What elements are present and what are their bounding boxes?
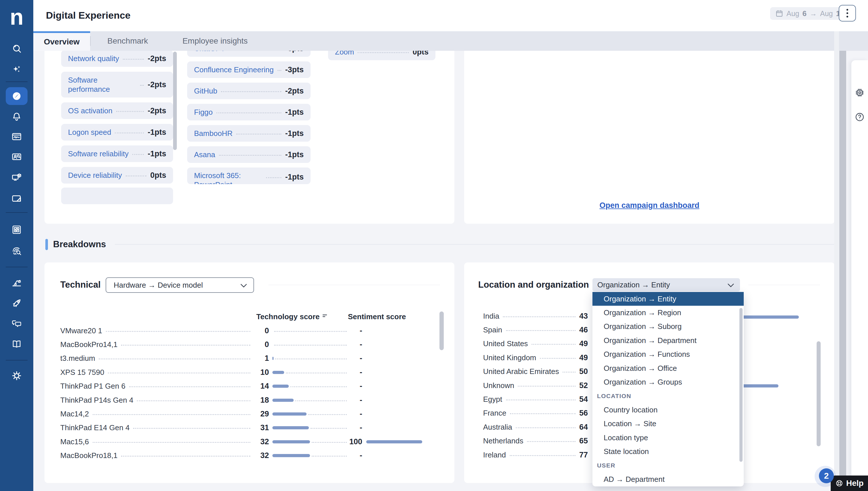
dropdown-option[interactable]: Country location: [592, 403, 744, 417]
dotted-leader: [295, 400, 347, 401]
diagnose-fingerprint-icon[interactable]: [11, 246, 22, 257]
help-button[interactable]: Help: [831, 475, 868, 491]
table-row[interactable]: Mac15,6 32 100: [60, 435, 427, 449]
column-header-sentiment[interactable]: Sentiment score: [348, 312, 406, 321]
metric-item[interactable]: Software reliability -1pts: [61, 145, 173, 162]
dotted-leader: [123, 59, 144, 60]
table-row[interactable]: XPS 15 7590 10 -: [60, 365, 427, 379]
sparkles-icon[interactable]: [11, 64, 22, 75]
table-row[interactable]: Netherlands 65: [483, 434, 588, 448]
metric-item[interactable]: Zoom 0pts: [328, 51, 435, 60]
dropdown-option[interactable]: State location: [592, 444, 744, 458]
dropdown-option[interactable]: Organization → Suborg: [592, 320, 744, 334]
dotted-leader: [116, 111, 144, 112]
table-row[interactable]: ThinkPad P1 Gen 6 14 -: [60, 379, 427, 393]
technology-score-bar: [272, 440, 310, 443]
dropdown-scrollbar[interactable]: [739, 308, 742, 462]
column-header-technology[interactable]: Technology score: [256, 312, 328, 321]
dimension-dropdown-menu: Organization → Entity Organization → Reg…: [592, 292, 744, 486]
metric-item[interactable]: GitHub -2pts: [187, 83, 310, 99]
rocket-icon[interactable]: [11, 297, 22, 308]
dotted-leader: [516, 427, 575, 428]
open-campaign-dashboard-link[interactable]: Open campaign dashboard: [464, 201, 835, 210]
table-row[interactable]: United States 49: [483, 337, 588, 351]
location-dimension-select[interactable]: Organization → Entity: [592, 278, 740, 291]
technology-score-bar: [272, 357, 274, 360]
metric-item[interactable]: OS activation -2pts: [61, 103, 173, 119]
metric-item[interactable]: Network quality -2pts: [61, 51, 173, 67]
dropdown-option[interactable]: Organization → Office: [592, 362, 744, 375]
device-chip-icon[interactable]: [855, 87, 865, 98]
table-row[interactable]: MacBookPro14,1 0 -: [60, 338, 427, 351]
clipped-metric-item: [61, 187, 173, 204]
section-title: Breakdowns: [53, 239, 106, 250]
metric-item[interactable]: Confluence Engineering -3pts: [187, 61, 310, 78]
section-accent-bar: [45, 239, 48, 250]
dotted-leader: [274, 345, 347, 346]
dropdown-option[interactable]: Organization → Groups: [592, 375, 744, 389]
metric-item[interactable]: Device reliability 0pts: [61, 167, 173, 183]
campaign-card-icon[interactable]: [11, 193, 22, 204]
table-row[interactable]: ThinkPad E14 Gen 4 31 -: [60, 421, 427, 435]
table-scrollbar[interactable]: [817, 341, 821, 446]
table-row[interactable]: Unknown 52: [483, 379, 588, 392]
table-row[interactable]: Ireland 77: [483, 448, 588, 462]
column-scrollbar[interactable]: [173, 52, 177, 150]
ai-search-icon[interactable]: [11, 43, 22, 54]
metric-item[interactable]: Logon speed -1pts: [61, 124, 173, 141]
dropdown-option[interactable]: LOCATION: [592, 389, 744, 403]
dropdown-option[interactable]: Organization → Region: [592, 306, 744, 319]
dropdown-option[interactable]: Organization → Functions: [592, 348, 744, 362]
date-range-picker[interactable]: Aug 6 → Aug 13: [770, 7, 849, 20]
table-row[interactable]: ThinkPad P14s Gen 4 18 -: [60, 393, 427, 407]
automation-arm-icon[interactable]: [11, 277, 22, 288]
applications-grid-icon[interactable]: [11, 224, 22, 235]
table-row[interactable]: Mac14,2 29 -: [60, 407, 427, 421]
table-row[interactable]: Egypt 54: [483, 392, 588, 406]
notification-badge[interactable]: 2: [819, 468, 834, 483]
metric-item[interactable]: Asana -1pts: [187, 146, 310, 163]
dropdown-option[interactable]: USER: [592, 459, 744, 472]
metric-item[interactable]: ChatGPT -3pts: [187, 51, 310, 57]
monitor-pulse-icon[interactable]: [11, 132, 22, 142]
settings-gear-icon[interactable]: [11, 370, 22, 381]
chat-engage-icon[interactable]: [11, 318, 22, 329]
bell-icon[interactable]: [11, 111, 22, 122]
technical-dimension-select[interactable]: Hardware → Device model: [106, 277, 254, 293]
metric-item[interactable]: BambooHR -1pts: [187, 125, 310, 142]
metric-item[interactable]: Figgo -1pts: [187, 104, 310, 120]
table-row[interactable]: VMware20 1 0 -: [60, 324, 427, 338]
dotted-leader: [277, 70, 281, 71]
table-row[interactable]: MacBookPro18,1 32 -: [60, 449, 427, 463]
table-row[interactable]: United Arabic Emirates 50: [483, 365, 588, 379]
tab[interactable]: Employee insights: [165, 31, 265, 51]
table-row[interactable]: United Kingdom 49: [483, 351, 588, 365]
metric-item[interactable]: Software performance -2pts: [61, 72, 173, 97]
metric-item[interactable]: Microsoft 365: PowerPoint -1pts: [187, 168, 310, 184]
sidebar-item-dashboards[interactable]: [6, 87, 28, 105]
page-scrollbar-thumb[interactable]: [839, 51, 846, 491]
employee-view-icon[interactable]: [11, 152, 22, 163]
dotted-leader: [121, 345, 250, 346]
tab[interactable]: Overview: [33, 31, 90, 51]
more-options-button[interactable]: [839, 5, 856, 22]
table-row[interactable]: t3.medium 1 -: [60, 352, 427, 365]
library-book-icon[interactable]: [11, 339, 22, 350]
table-scrollbar[interactable]: [439, 312, 444, 350]
table-row[interactable]: Spain 46: [483, 323, 588, 337]
help-circle-icon[interactable]: [855, 112, 865, 122]
dotted-leader: [275, 358, 347, 359]
dotted-leader: [129, 386, 250, 387]
table-row[interactable]: France 56: [483, 406, 588, 420]
dropdown-option[interactable]: AD → Department: [592, 472, 744, 486]
technology-score-bar: [272, 454, 310, 457]
device-cube-icon[interactable]: [11, 172, 22, 183]
table-row[interactable]: Australia 64: [483, 420, 588, 434]
dropdown-option[interactable]: Location → Site: [592, 417, 744, 431]
dropdown-option[interactable]: Organization → Department: [592, 334, 744, 347]
dotted-leader: [312, 442, 347, 443]
dropdown-option[interactable]: Location type: [592, 431, 744, 444]
tab[interactable]: Benchmark: [90, 31, 165, 51]
table-row[interactable]: India 43: [483, 309, 588, 323]
dropdown-option[interactable]: Organization → Entity: [592, 292, 744, 306]
